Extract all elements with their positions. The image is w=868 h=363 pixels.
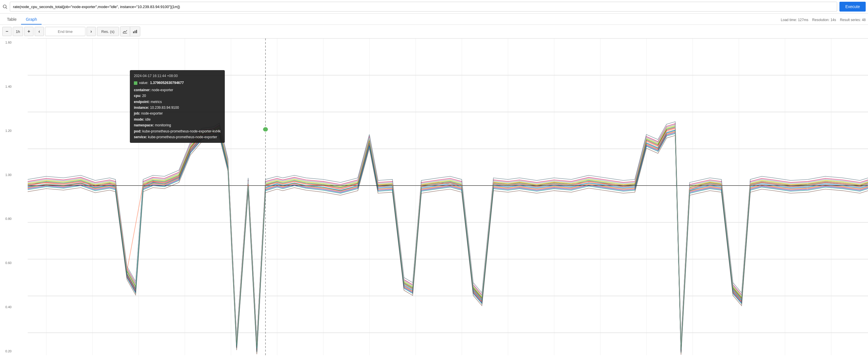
tab-graph[interactable]: Graph: [21, 15, 41, 25]
resolution-button[interactable]: Res. (s): [97, 27, 119, 36]
increase-duration-button[interactable]: +: [24, 27, 33, 36]
execute-button[interactable]: Execute: [839, 2, 866, 11]
line-chart-button[interactable]: [120, 27, 130, 36]
svg-rect-6: [28, 38, 868, 355]
svg-line-1: [6, 7, 7, 8]
tab-bar: Table Graph Load time: 127ms Resolution:…: [0, 13, 868, 25]
end-time-input[interactable]: [45, 27, 85, 36]
result-series: Result series: 48: [840, 18, 866, 22]
stacked-chart-button[interactable]: [130, 27, 140, 36]
svg-rect-4: [134, 31, 135, 33]
query-input[interactable]: [10, 2, 837, 11]
tab-table[interactable]: Table: [2, 15, 21, 25]
chart-area: 1.60 1.40 1.20 1.00 0.80 0.60 0.40 0.20: [0, 38, 868, 355]
svg-rect-3: [133, 31, 134, 33]
svg-point-17: [262, 127, 268, 132]
next-time-button[interactable]: ›: [87, 27, 96, 36]
svg-rect-5: [136, 30, 137, 33]
search-icon: [2, 4, 7, 9]
decrease-duration-button[interactable]: −: [2, 27, 11, 36]
chart-type-group: [120, 27, 140, 36]
prev-time-button[interactable]: ‹: [35, 27, 44, 36]
resolution: Resolution: 14s: [812, 18, 836, 22]
duration-label: 1h: [13, 27, 23, 36]
search-bar: Execute: [0, 0, 868, 13]
graph-toolbar: − 1h + ‹ › Res. (s): [0, 25, 868, 38]
tabs: Table Graph: [2, 15, 41, 25]
load-time: Load time: 127ms: [781, 18, 808, 22]
meta-info: Load time: 127ms Resolution: 14s Result …: [781, 18, 866, 22]
chart-svg: [0, 38, 868, 355]
